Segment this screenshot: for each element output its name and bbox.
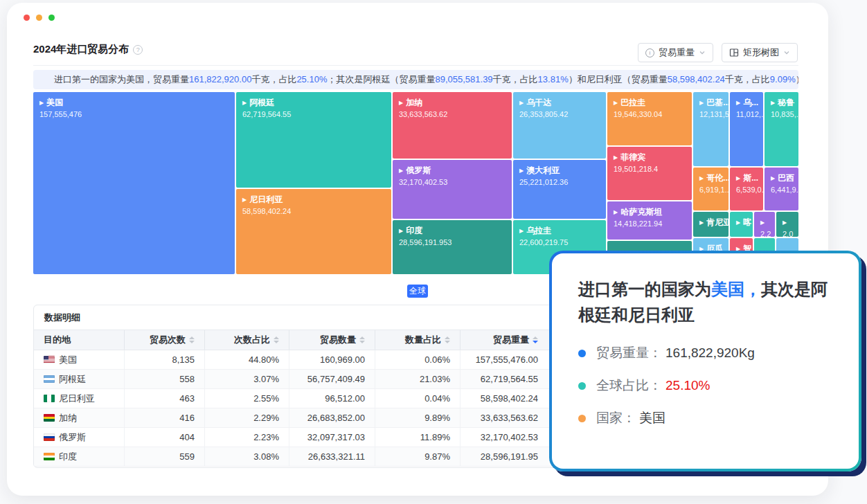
column-header[interactable]: 贸易数量 [289, 330, 375, 350]
sort-icon[interactable] [274, 336, 279, 343]
drilldown-arrow-icon: ▶ [614, 154, 618, 161]
tooltip-card: 进口第一的国家为美国，其次是阿根廷和尼日利亚 贸易重量：161,822,920K… [549, 251, 861, 471]
treemap-cell-label: ▶美国 [39, 97, 229, 109]
treemap-cell-label: ▶尼日利亚 [242, 194, 385, 206]
drilldown-arrow-icon: ▶ [699, 219, 704, 226]
treemap-cell[interactable]: ▶巴西6,441,9... [765, 168, 798, 210]
treemap-cell[interactable]: ▶2,2 [754, 212, 775, 237]
value-cell: 96,512.00 [289, 389, 375, 408]
treemap-cell[interactable]: ▶巴拉圭19,546,330.04 [607, 92, 692, 145]
tooltip-item: 贸易重量：161,822,920Kg [578, 344, 832, 362]
us-flag-icon [44, 356, 55, 363]
treemap-cell[interactable]: ▶秘鲁10,835,... [765, 92, 798, 166]
treemap-cell[interactable]: ▶喀 [730, 212, 753, 237]
chart-type-select[interactable]: 矩形树图 [722, 43, 798, 62]
column-header[interactable]: 贸易次数 [124, 330, 204, 350]
treemap-cell-value: 6,919,1... [699, 185, 722, 195]
ar-flag-icon [44, 375, 55, 383]
window-maximize-dot[interactable] [48, 15, 55, 21]
drilldown-arrow-icon: ▶ [771, 175, 775, 181]
chevron-down-icon [699, 49, 706, 56]
metric-select[interactable]: i 贸易重量 [638, 43, 713, 62]
value-cell: 559 [124, 447, 204, 466]
drilldown-arrow-icon: ▶ [519, 168, 524, 174]
treemap-cell[interactable]: ▶肯尼亚 [693, 212, 729, 237]
column-header-label: 贸易重量 [493, 334, 529, 346]
column-header[interactable]: 次数占比 [204, 330, 289, 350]
sort-icon[interactable] [189, 336, 195, 343]
gh-flag-icon [44, 414, 55, 422]
column-header-label: 贸易次数 [150, 334, 186, 346]
drilldown-arrow-icon: ▶ [771, 100, 775, 106]
summary-segment: ）。 [796, 74, 798, 84]
chevron-down-icon [783, 49, 790, 56]
breadcrumb-global[interactable]: 全球 [407, 285, 428, 298]
value-cell: 2.29% [204, 408, 289, 427]
treemap-cell[interactable]: ▶印度28,596,191.953 [393, 220, 512, 274]
tooltip-item-label: 贸易重量： [596, 344, 662, 362]
treemap-cell-label: ▶阿根廷 [242, 97, 385, 109]
treemap-cell[interactable]: ▶阿根廷62,719,564.55 [236, 92, 391, 188]
ng-flag-icon [44, 395, 55, 402]
treemap-cell[interactable]: ▶俄罗斯32,170,402.53 [393, 160, 512, 219]
treemap-cell[interactable]: ▶尼日利亚58,598,402.24 [236, 189, 391, 274]
treemap-cell[interactable]: ▶乌干达26,353,805.42 [513, 92, 606, 159]
treemap-cell[interactable]: ▶美国157,555,476 [33, 92, 235, 274]
treemap-cell[interactable]: ▶澳大利亚25,221,012.36 [513, 160, 606, 219]
treemap-cell[interactable]: ▶巴基...12,131,5... [693, 92, 729, 166]
drilldown-arrow-icon: ▶ [39, 100, 44, 106]
treemap-cell-label: ▶ [760, 217, 769, 229]
chart-type-select-label: 矩形树图 [743, 46, 779, 59]
drilldown-arrow-icon: ▶ [736, 100, 740, 106]
sort-asc-caret [189, 336, 195, 339]
treemap-cell[interactable]: ▶乌...11,012,... [730, 92, 763, 166]
treemap-cell[interactable]: ▶斯...6,539,0... [730, 168, 763, 210]
value-cell: 3.08% [204, 447, 289, 466]
value-cell: 21.03% [375, 370, 460, 388]
summary-segment: ）和尼日利亚（贸易重量 [569, 74, 668, 84]
treemap-cell-value: 2,2 [760, 229, 769, 237]
tooltip-title: 进口第一的国家为美国，其次是阿根廷和尼日利亚 [578, 276, 832, 327]
column-header[interactable]: 贸易重量 [460, 330, 548, 350]
legend-dot-icon [578, 415, 586, 422]
treemap-cell[interactable]: ▶加纳33,633,563.62 [393, 92, 512, 159]
drilldown-arrow-icon: ▶ [614, 100, 618, 106]
value-cell: 44.80% [204, 350, 289, 369]
treemap-cell[interactable]: ▶2,0 [776, 212, 798, 237]
window-close-dot[interactable] [24, 15, 30, 21]
sort-asc-caret [533, 336, 538, 339]
summary-segment: 千克，占比 [251, 74, 296, 84]
treemap-cell-value: 58,598,402.24 [242, 206, 385, 217]
treemap-cell-label: ▶巴拉圭 [614, 97, 686, 109]
value-cell: 3.07% [204, 370, 289, 388]
treemap-cell[interactable]: ▶哈萨克斯坦14,418,221.94 [607, 201, 692, 240]
treemap-cell[interactable]: ▶菲律宾19,501,218.4 [607, 147, 692, 200]
column-header-label: 次数占比 [234, 334, 270, 346]
tooltip-item-value: 25.10% [665, 378, 710, 393]
in-flag-icon [44, 453, 55, 460]
value-cell: 8,135 [124, 350, 204, 369]
column-header-label: 贸易数量 [320, 334, 356, 346]
treemap-cell-label: ▶巴基... [699, 97, 722, 109]
treemap-cell[interactable]: ▶哥伦...6,919,1... [693, 168, 729, 210]
drilldown-arrow-icon: ▶ [760, 219, 765, 226]
value-cell: 32,170,402.53 [460, 428, 548, 447]
sort-icon[interactable] [533, 336, 538, 343]
value-cell: 463 [124, 389, 204, 408]
treemap-cell-value: 22,600,219.75 [519, 237, 600, 248]
treemap-cell-label: ▶印度 [399, 225, 506, 237]
value-cell: 33,633,563.62 [460, 408, 548, 427]
window-minimize-dot[interactable] [36, 15, 42, 21]
sort-asc-caret [274, 336, 279, 339]
sort-icon[interactable] [359, 336, 365, 343]
column-header[interactable]: 数量占比 [375, 330, 460, 350]
column-header-label: 数量占比 [405, 334, 441, 346]
destination-cell: 尼日利亚 [34, 389, 124, 408]
help-icon[interactable]: ? [133, 45, 143, 55]
value-cell: 0.04% [375, 389, 460, 408]
treemap-cell-label: ▶肯尼亚 [699, 217, 722, 229]
tooltip-item: 国家：美国 [578, 409, 832, 427]
sort-icon[interactable] [445, 336, 450, 343]
value-cell: 26,633,321.11 [289, 447, 375, 466]
treemap-cell-label: ▶乌... [736, 97, 757, 109]
